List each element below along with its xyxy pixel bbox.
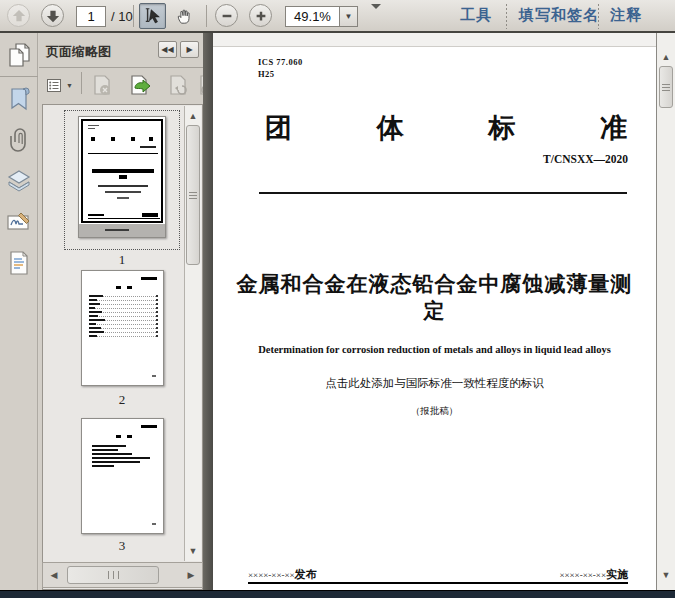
panel-menu-button[interactable]: ▶ [180, 41, 199, 58]
implement-date: ××××-××-××实施 [559, 567, 628, 582]
thumbnail-horizontal-scrollbar[interactable]: ◀ ▶ [42, 562, 203, 588]
scroll-up-arrow[interactable]: ▲ [658, 49, 674, 65]
hand-tool-button[interactable] [171, 3, 198, 29]
zoom-level-input[interactable] [285, 6, 339, 27]
rotate-ccw-button[interactable] [165, 73, 191, 99]
chevron-down-icon: ▼ [345, 12, 353, 21]
zoom-in-button[interactable] [249, 4, 272, 27]
toolbar-more-button[interactable] [371, 9, 384, 23]
thumbnail-page-1[interactable] [78, 116, 166, 238]
navigation-sidebar [0, 33, 38, 590]
thumbnail-toc-lines [82, 295, 163, 339]
panel-toolbar-separator [81, 72, 82, 94]
delete-page-icon [92, 75, 112, 97]
arrow-down-icon [46, 9, 60, 23]
page-number-input[interactable] [76, 6, 106, 27]
thumbnail-label: 2 [64, 392, 180, 408]
consistency-note: 点击此处添加与国际标准一致性程度的标识 [213, 376, 656, 391]
panel-resize-handle[interactable] [203, 33, 213, 590]
pdf-page: ICS 77.060 H25 团 体 标 准 T/CNSXX—2020 金属和合… [213, 46, 656, 590]
scroll-down-arrow[interactable]: ▼ [185, 543, 201, 559]
publish-date: ××××-××-××发布 [248, 567, 317, 582]
scrollbar-thumb[interactable] [67, 566, 159, 584]
signature-icon [6, 209, 32, 235]
scroll-down-arrow[interactable]: ▼ [658, 567, 674, 583]
document-vertical-scrollbar[interactable]: ▲ ▼ [656, 33, 675, 590]
sidebar-divider [0, 76, 38, 77]
thumbnail-label: 3 [64, 538, 180, 554]
page-footer: ××××-××-××发布 ××××-××-××实施 [248, 568, 628, 584]
scrollbar-grip [106, 571, 121, 579]
thumbnail-label: 1 [64, 252, 180, 268]
scrollbar-thumb[interactable] [186, 125, 200, 265]
hand-icon [176, 7, 194, 25]
ics-classification: ICS 77.060 H25 [258, 56, 303, 80]
thumbnail-page-3[interactable] [81, 418, 164, 534]
select-cursor-icon [144, 7, 162, 25]
header-rule [259, 192, 627, 194]
next-page-button[interactable] [41, 4, 64, 27]
toolbar-dotted-separator [598, 4, 599, 29]
zoom-out-button[interactable] [215, 4, 238, 27]
double-left-arrow-icon: ◀◀ [161, 45, 173, 54]
thumbnails-panel: 页面缩略图 ◀◀ ▶ ▼ [39, 33, 203, 590]
delete-pages-button[interactable] [89, 73, 115, 99]
thumbnail-options-button[interactable]: ▼ [45, 73, 75, 97]
scroll-left-arrow[interactable]: ◀ [46, 567, 62, 583]
scrollbar-grip [189, 190, 197, 201]
thumbnail-vertical-scrollbar[interactable]: ▲ ▼ [184, 106, 201, 561]
rotate-counterclockwise-icon [168, 75, 188, 97]
page-thumbnails-tab[interactable] [5, 41, 33, 69]
document-title: 金属和合金在液态铅合金中腐蚀减薄量测 定 [223, 271, 646, 325]
layers-icon [6, 168, 32, 194]
scrollbar-thumb[interactable] [659, 66, 673, 108]
arrow-up-icon [12, 9, 26, 23]
window-bottom-edge [0, 590, 675, 598]
panel-title: 页面缩略图 [46, 43, 111, 61]
toolbar-dotted-separator [506, 4, 507, 29]
pages-icon [7, 42, 31, 68]
scroll-up-arrow[interactable]: ▲ [185, 108, 201, 124]
list-options-icon [47, 78, 64, 93]
minus-icon [220, 9, 234, 23]
draft-status-note: （报批稿） [213, 405, 656, 418]
collapse-panel-button[interactable]: ◀◀ [158, 41, 177, 58]
document-title-english: Determination for corrosion reduction of… [213, 344, 656, 355]
layers-tab[interactable] [5, 167, 33, 195]
right-arrow-icon: ▶ [186, 45, 192, 54]
thumbnail-page-2[interactable] [81, 270, 164, 386]
bookmark-icon [7, 86, 31, 112]
chevron-down-icon [371, 4, 381, 26]
scrollbar-grip [662, 82, 670, 93]
previous-page-button[interactable] [7, 4, 30, 27]
main-toolbar: / 10 [0, 0, 675, 33]
extract-pages-button[interactable] [127, 73, 153, 99]
scroll-right-arrow[interactable]: ▶ [183, 567, 199, 583]
toolbar-separator [133, 5, 134, 27]
paperclip-icon [7, 127, 31, 153]
document-viewport: ICS 77.060 H25 团 体 标 准 T/CNSXX—2020 金属和合… [213, 33, 656, 590]
comment-button[interactable]: 注释 [610, 6, 642, 25]
fill-sign-button[interactable]: 填写和签名 [519, 6, 599, 25]
signatures-tab[interactable] [5, 208, 33, 236]
zoom-dropdown-button[interactable]: ▼ [339, 6, 358, 27]
toolbar-separator [206, 5, 207, 27]
standard-type-heading: 团 体 标 准 [265, 110, 627, 146]
page-green-arrow-icon [129, 75, 151, 97]
standard-number: T/CNSXX—2020 [258, 153, 628, 165]
pdf-reader-window: / 10 [0, 0, 675, 598]
chevron-down-icon: ▼ [66, 82, 73, 89]
attachments-tab[interactable] [5, 126, 33, 154]
bookmarks-tab[interactable] [5, 85, 33, 113]
document-lines-icon [7, 250, 31, 276]
tools-pane-button[interactable]: 工具 [460, 6, 492, 25]
select-tool-button[interactable] [139, 3, 166, 29]
plus-icon [254, 9, 268, 23]
thumbnail-toolbar: ▼ [39, 68, 203, 104]
content-tab[interactable] [5, 249, 33, 277]
thumbnail-list: 1 [42, 104, 203, 590]
page-count-label: / 10 [111, 9, 133, 24]
thumbnail-hidden-region [79, 224, 165, 237]
